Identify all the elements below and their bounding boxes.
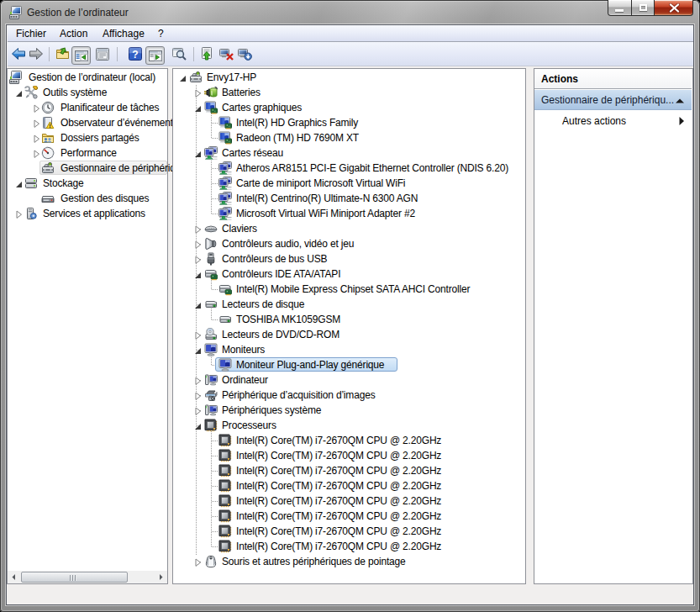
svg-text:?: ? bbox=[132, 49, 138, 61]
